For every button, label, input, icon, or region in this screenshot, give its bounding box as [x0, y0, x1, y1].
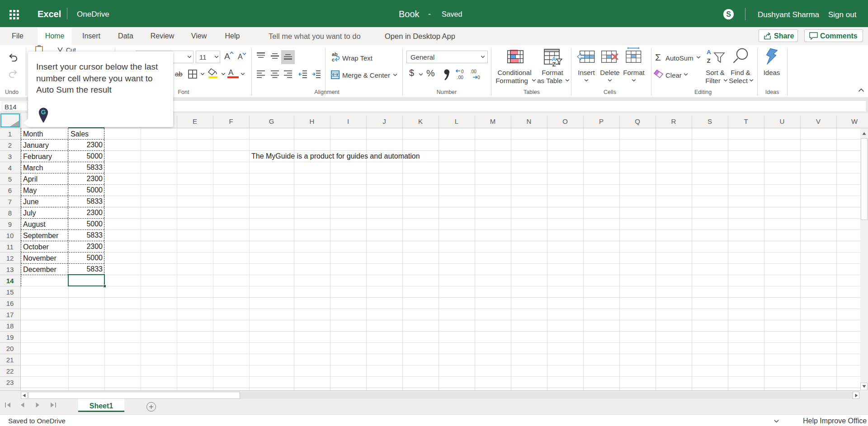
svg-text:ab: ab: [332, 52, 338, 57]
svg-text:Z: Z: [707, 57, 711, 64]
svg-text:A: A: [707, 49, 711, 56]
svg-text:Z: Z: [552, 61, 556, 67]
svg-text:G: G: [41, 108, 46, 116]
svg-text:c: c: [332, 57, 335, 62]
